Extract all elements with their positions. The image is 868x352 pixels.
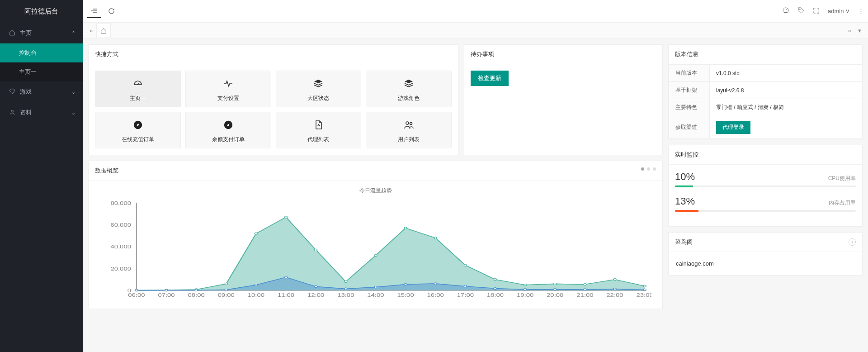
svg-text:80,000: 80,000 xyxy=(110,200,131,206)
card-title: 数据概览 xyxy=(95,166,118,175)
version-key: 当前版本 xyxy=(669,65,710,82)
tabs-bar: « » ▾ xyxy=(83,23,868,39)
refresh-button[interactable] xyxy=(104,5,118,18)
table-row: 主要特色零门槛 / 响应式 / 清爽 / 极简 xyxy=(669,99,862,116)
svg-text:10:00: 10:00 xyxy=(248,293,264,298)
shortcut-label: 在线充值订单 xyxy=(95,136,180,143)
svg-text:15:00: 15:00 xyxy=(397,293,414,298)
topbar: admin ∨ ⋮ xyxy=(83,0,868,23)
svg-point-36 xyxy=(285,276,288,278)
svg-point-26 xyxy=(524,284,527,286)
diamond-icon xyxy=(9,88,15,96)
tabs-next-button[interactable]: » xyxy=(844,27,854,34)
svg-text:09:00: 09:00 xyxy=(218,293,235,298)
svg-point-20 xyxy=(344,281,347,282)
shortcut-1[interactable]: 支付设置 xyxy=(185,71,271,107)
check-update-button[interactable]: 检查更新 xyxy=(471,71,509,86)
shortcuts-card: 快捷方式 主页一支付设置大区状态游戏角色在线充值订单余额支付订单代理列表用户列表 xyxy=(88,44,458,155)
shortcut-0[interactable]: 主页一 xyxy=(95,71,181,107)
shortcut-2[interactable]: 大区状态 xyxy=(276,71,362,107)
carousel-dots[interactable] xyxy=(641,167,656,171)
svg-point-38 xyxy=(344,288,347,290)
svg-point-5 xyxy=(410,123,412,125)
svg-point-46 xyxy=(584,289,586,290)
info-icon[interactable]: i xyxy=(849,238,856,246)
svg-point-33 xyxy=(195,289,198,291)
user-dropdown[interactable]: admin ∨ xyxy=(828,8,850,14)
tab-home[interactable] xyxy=(96,24,111,38)
app-logo: 阿拉德后台 xyxy=(0,0,83,23)
sidebar-item-label: 游戏 xyxy=(20,88,32,96)
svg-point-29 xyxy=(613,279,616,281)
shortcut-5[interactable]: 余额支付订单 xyxy=(185,112,271,148)
stack-icon xyxy=(366,77,451,90)
progress-bar xyxy=(675,210,856,212)
dashboard-icon[interactable] xyxy=(782,7,789,15)
shortcut-label: 支付设置 xyxy=(186,95,271,102)
shortcut-3[interactable]: 游戏角色 xyxy=(366,71,452,107)
version-value: v1.0.0 std xyxy=(710,65,862,82)
main-area: admin ∨ ⋮ « » ▾ 快捷方式 主页一支付设置大区状态游戏角色在线充值… xyxy=(83,0,868,352)
shortcut-label: 游戏角色 xyxy=(366,95,451,102)
shortcut-6[interactable]: 代理列表 xyxy=(276,112,362,148)
shortcut-7[interactable]: 用户列表 xyxy=(366,112,452,148)
menu-toggle-button[interactable] xyxy=(87,5,101,18)
svg-text:20,000: 20,000 xyxy=(110,266,131,271)
svg-text:12:00: 12:00 xyxy=(307,293,324,298)
svg-point-30 xyxy=(643,285,646,287)
chevron-icon: ⌄ xyxy=(71,89,75,95)
svg-text:18:00: 18:00 xyxy=(487,293,504,298)
svg-text:14:00: 14:00 xyxy=(367,293,384,298)
agent-login-button[interactable]: 代理登录 xyxy=(716,121,750,134)
svg-point-43 xyxy=(494,287,496,289)
sidebar: 阿拉德后台 主页⌃控制台主页一游戏⌄资料⌄ xyxy=(0,0,83,352)
svg-point-47 xyxy=(613,288,616,290)
svg-text:40,000: 40,000 xyxy=(110,244,131,250)
svg-point-17 xyxy=(255,233,257,234)
card-title: 待办事项 xyxy=(464,45,662,64)
monitor-value: 13% xyxy=(675,195,695,207)
svg-point-1 xyxy=(799,9,800,10)
svg-text:23:00: 23:00 xyxy=(636,293,651,298)
svg-point-18 xyxy=(285,216,288,218)
home-icon xyxy=(9,29,15,37)
svg-point-37 xyxy=(315,285,317,287)
shortcut-label: 用户列表 xyxy=(366,136,451,143)
shortcut-label: 主页一 xyxy=(95,95,180,102)
cainiaoge-card: 菜鸟阁 i cainiaoge.com xyxy=(668,232,863,276)
shortcut-label: 大区状态 xyxy=(276,95,361,102)
tabs-menu-button[interactable]: ▾ xyxy=(854,27,864,34)
cainiaoge-url: cainiaoge.com xyxy=(675,258,856,269)
svg-text:16:00: 16:00 xyxy=(427,293,444,298)
svg-point-39 xyxy=(374,286,377,288)
svg-text:19:00: 19:00 xyxy=(517,293,533,298)
progress-bar xyxy=(675,186,856,187)
table-row: 基于框架layui-v2.6.8 xyxy=(669,82,862,99)
svg-text:07:00: 07:00 xyxy=(158,293,175,298)
fullscreen-icon[interactable] xyxy=(813,7,820,15)
svg-point-32 xyxy=(165,289,168,291)
gauge-icon xyxy=(95,77,180,90)
table-row: 获取渠道代理登录 xyxy=(669,116,862,139)
tag-icon[interactable] xyxy=(797,7,805,15)
chevron-icon: ⌃ xyxy=(71,30,75,36)
todo-card: 待办事项 检查更新 xyxy=(464,44,663,155)
version-card: 版本信息 当前版本v1.0.0 std基于框架layui-v2.6.8主要特色零… xyxy=(668,44,863,139)
sidebar-subitem-0-0[interactable]: 控制台 xyxy=(0,43,83,62)
tabs-prev-button[interactable]: « xyxy=(86,27,96,34)
more-icon[interactable]: ⋮ xyxy=(858,8,863,14)
monitor-item-1: 13%内存占用率 xyxy=(675,195,856,212)
compass-dark-icon xyxy=(95,119,180,131)
card-title: 版本信息 xyxy=(669,45,862,64)
sidebar-item-0[interactable]: 主页⌃ xyxy=(0,23,83,43)
svg-point-22 xyxy=(404,227,407,229)
shortcut-4[interactable]: 在线充值订单 xyxy=(95,112,181,148)
sidebar-subitem-0-1[interactable]: 主页一 xyxy=(0,62,83,81)
monitor-label: 内存占用率 xyxy=(829,199,856,207)
card-title: 实时监控 xyxy=(669,145,862,165)
sidebar-item-2[interactable]: 资料⌄ xyxy=(0,102,83,123)
svg-point-0 xyxy=(11,110,14,112)
sidebar-item-1[interactable]: 游戏⌄ xyxy=(0,81,83,102)
traffic-chart: 020,00040,00060,00080,00006:0007:0008:00… xyxy=(99,198,651,302)
monitor-item-0: 10%CPU使用率 xyxy=(675,171,856,187)
